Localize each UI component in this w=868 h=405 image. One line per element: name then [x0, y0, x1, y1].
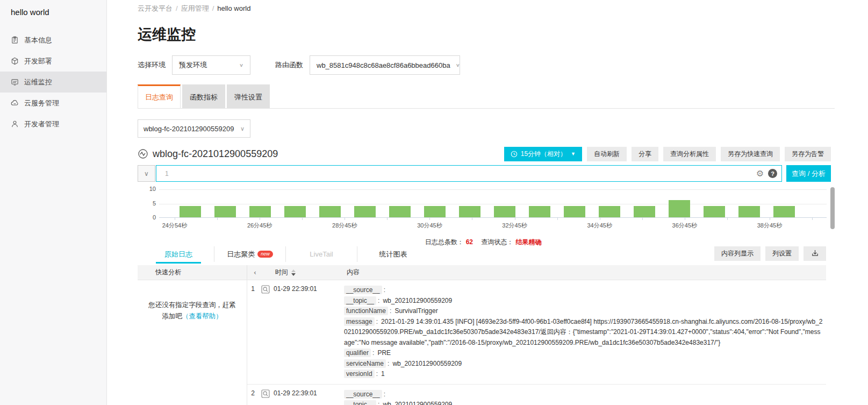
- view-help-link[interactable]: （查看帮助）: [182, 312, 223, 320]
- histogram-bar[interactable]: [249, 206, 271, 217]
- status-label: 查询状态：: [481, 238, 513, 246]
- log-rows: 101-29 22:39:01__source__:__topic__:wb_2…: [247, 280, 826, 405]
- histogram-bar[interactable]: [214, 206, 236, 217]
- time-sort-control[interactable]: [291, 269, 296, 276]
- log-tab-label: LiveTail: [310, 250, 333, 258]
- log-field-key[interactable]: versionId: [344, 370, 375, 378]
- query-expand-button[interactable]: ∨: [138, 165, 155, 182]
- log-field-key[interactable]: serviceName: [344, 359, 386, 368]
- histogram-bar[interactable]: [704, 206, 725, 217]
- inspect-log-icon[interactable]: [261, 285, 270, 380]
- axis-tick: [260, 218, 260, 220]
- vertical-scrollbar[interactable]: [830, 187, 835, 229]
- histogram-bar[interactable]: [459, 206, 480, 217]
- sls-action-自动刷新[interactable]: 自动刷新: [587, 147, 627, 161]
- sidebar-item-monitor[interactable]: 运维监控: [0, 72, 106, 93]
- env-select[interactable]: 预发环境 ∨: [172, 55, 250, 75]
- quick-analysis-panel: 您还没有指定字段查询，赶紧 添加吧（查看帮助）: [138, 280, 247, 405]
- query-bar: ∨ 1 ⚙ ? 查询 / 分析: [138, 165, 831, 182]
- collapse-panel-icon[interactable]: ‹: [254, 269, 256, 276]
- histogram-bar[interactable]: [529, 206, 550, 217]
- log-field: __topic__:wb_2021012900559209: [344, 296, 823, 307]
- axis-tick: [217, 218, 218, 220]
- sidebar-item-document[interactable]: 基本信息: [0, 30, 106, 51]
- log-field-key[interactable]: message: [344, 317, 375, 326]
- axis-tick: [770, 218, 770, 220]
- log-tab-label: 统计图表: [379, 250, 407, 259]
- histogram-bar[interactable]: [494, 206, 515, 217]
- tab-函数指标[interactable]: 函数指标: [182, 84, 225, 108]
- log-field-value[interactable]: 1: [381, 370, 385, 378]
- log-field-key[interactable]: functionName: [344, 307, 388, 315]
- breadcrumb-item[interactable]: 云开发平台: [138, 4, 173, 12]
- column-settings-button[interactable]: 列设置: [765, 246, 799, 261]
- sls-action-查询分析属性[interactable]: 查询分析属性: [663, 147, 716, 161]
- histogram-bar[interactable]: [354, 206, 376, 217]
- sls-action-分享[interactable]: 分享: [632, 147, 658, 161]
- sls-action-另存为告警[interactable]: 另存为告警: [785, 147, 831, 161]
- histogram-bar[interactable]: [564, 206, 585, 217]
- download-button[interactable]: [804, 246, 826, 261]
- breadcrumb-item: hello world: [217, 4, 250, 12]
- log-tab-统计图表[interactable]: 统计图表: [357, 246, 429, 262]
- y-axis-label: 5: [138, 200, 156, 207]
- log-field-key[interactable]: __source__: [344, 286, 382, 294]
- histogram-bar[interactable]: [669, 200, 690, 217]
- log-content: __source__:__topic__:wb_2021012900559209: [344, 389, 826, 405]
- sidebar-item-label: 运维监控: [24, 77, 52, 87]
- route-function-select[interactable]: wb_8581c948c8c68ae8cf86a6bbead660ba ∨: [310, 55, 460, 75]
- sidebar-item-deploy[interactable]: 开发部署: [0, 51, 106, 72]
- sidebar-item-user[interactable]: 开发者管理: [0, 113, 106, 134]
- log-field-key[interactable]: __topic__: [344, 296, 376, 305]
- histogram-bar[interactable]: [634, 206, 655, 217]
- help-icon[interactable]: ?: [768, 169, 777, 178]
- log-tab-原始日志[interactable]: 原始日志: [143, 246, 214, 262]
- sidebar-item-cloud[interactable]: 云服务管理: [0, 93, 106, 113]
- histogram-bar[interactable]: [319, 206, 341, 217]
- log-field-key[interactable]: __source__: [344, 390, 382, 399]
- log-search-icon: [138, 148, 148, 159]
- histogram-bar[interactable]: [389, 206, 411, 217]
- deploy-icon: [11, 57, 19, 65]
- logstore-select[interactable]: wblog-fc-2021012900559209 ∨: [138, 119, 250, 138]
- query-input[interactable]: 1 ⚙ ?: [156, 165, 782, 182]
- log-row-meta: 101-29 22:39:01: [247, 285, 344, 380]
- log-field-key[interactable]: qualifier: [344, 349, 371, 357]
- log-tab-LiveTail[interactable]: LiveTail: [286, 246, 357, 262]
- axis-tick: [812, 218, 813, 220]
- breadcrumb-item[interactable]: 应用管理: [181, 4, 209, 12]
- new-badge: new: [257, 251, 273, 258]
- gear-icon[interactable]: ⚙: [756, 168, 764, 179]
- sls-action-另存为快速查询[interactable]: 另存为快速查询: [721, 147, 780, 161]
- inspect-log-icon[interactable]: [261, 389, 270, 405]
- log-field-value[interactable]: wb_2021012900559209: [392, 360, 462, 367]
- log-tabs-row: 原始日志日志聚类newLiveTail统计图表 内容列显示 列设置: [138, 246, 831, 265]
- tab-弹性设置[interactable]: 弹性设置: [227, 84, 270, 108]
- log-field-value[interactable]: wb_2021012900559209: [383, 401, 452, 405]
- x-axis-label: 28分45秒: [320, 222, 369, 230]
- query-analyze-button[interactable]: 查询 / 分析: [786, 165, 831, 182]
- log-field-key[interactable]: __topic__: [344, 400, 376, 405]
- log-field-value[interactable]: wb_2021012900559209: [383, 297, 452, 304]
- histogram-bar[interactable]: [599, 206, 620, 217]
- active-tab-underline: [156, 262, 201, 264]
- log-time: 01-29 22:39:01: [274, 285, 317, 380]
- tab-日志查询[interactable]: 日志查询: [138, 84, 181, 108]
- log-tab-label: 原始日志: [164, 250, 192, 259]
- histogram-bar[interactable]: [180, 206, 201, 217]
- histogram-bar[interactable]: [284, 206, 306, 217]
- x-axis-label: 32分45秒: [491, 222, 539, 230]
- log-field-value[interactable]: PRE: [377, 349, 391, 357]
- histogram-bar[interactable]: [773, 206, 795, 217]
- log-field-value[interactable]: 2021-01-29 14:39:01.435 [INFO] [4693e23d…: [344, 318, 823, 346]
- main-tabs: 日志查询函数指标弹性设置: [138, 84, 835, 109]
- content-column-button[interactable]: 内容列显示: [714, 246, 761, 261]
- log-field-value[interactable]: SurvivalTrigger: [394, 307, 437, 315]
- axis-tick: [515, 218, 515, 220]
- time-range-button[interactable]: 15分钟（相对） ▼: [504, 147, 582, 161]
- y-axis-label: 0: [138, 214, 156, 221]
- histogram-bar[interactable]: [738, 206, 760, 217]
- x-axis-label: 34分45秒: [576, 222, 624, 230]
- histogram-bar[interactable]: [424, 206, 446, 217]
- log-tab-日志聚类[interactable]: 日志聚类new: [214, 246, 286, 262]
